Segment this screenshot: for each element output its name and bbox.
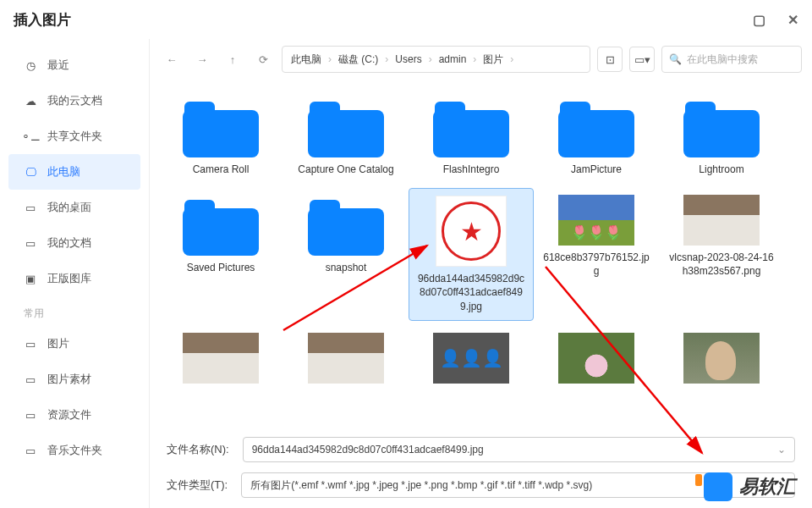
folder-icon: ▭ [24,236,37,250]
file-label: snapshot [326,261,367,274]
image-thumbnail [433,333,509,384]
folder-item[interactable]: Saved Pictures [158,188,283,321]
image-icon: ▣ [24,272,37,285]
sidebar-item-thispc[interactable]: 🖵此电脑 [8,154,140,190]
sidebar-item-label: 图片素材 [47,372,91,387]
search-placeholder: 在此电脑中搜索 [687,52,758,67]
folder-item[interactable]: Camera Roll [158,90,283,183]
folder-icon [558,97,634,157]
maximize-button[interactable]: ▢ [753,12,765,28]
folder-icon [308,195,384,256]
filename-input[interactable]: 96dda144ad345982d9c8d07c0ff431adcaef8499… [243,437,795,462]
sidebar-item-gallery[interactable]: ▣正版图库 [0,261,149,296]
file-item[interactable] [659,326,784,390]
sidebar: ◷最近 ☁我的云文档 ⚬⚊共享文件夹 🖵此电脑 ▭我的桌面 ▭我的文档 ▣正版图… [0,39,149,508]
clock-icon: ◷ [24,58,37,72]
file-item[interactable] [409,326,534,390]
folder-icon: ▭ [24,408,37,422]
sidebar-item-recent[interactable]: ◷最近 [0,47,149,83]
chevron-right-icon: › [381,53,392,65]
image-thumbnail: ★ [436,196,507,267]
new-folder-button[interactable]: ⊡ [597,47,623,72]
chevron-right-icon: › [425,53,436,65]
file-label: FlashIntegro [443,163,500,176]
sidebar-item-label: 资源文件 [47,407,91,422]
back-button[interactable]: ← [160,47,184,71]
filename-value: 96dda144ad345982d9c8d07c0ff431adcaef8499… [252,444,484,456]
breadcrumb-part[interactable]: Users [395,53,421,65]
file-item[interactable] [158,326,283,390]
sidebar-item-cloud[interactable]: ☁我的云文档 [0,83,149,119]
folder-item[interactable]: JamPicture [534,90,659,183]
sidebar-item-resources[interactable]: ▭资源文件 [0,397,149,433]
folder-icon: ▭ [24,444,37,457]
chevron-right-icon: › [469,53,480,65]
filename-label: 文件名称(N): [167,442,229,457]
sidebar-item-label: 音乐文件夹 [47,443,102,458]
sidebar-item-pictures[interactable]: ▭图片 [0,326,149,362]
sidebar-item-desktop[interactable]: ▭我的桌面 [0,190,149,225]
sidebar-item-label: 我的文档 [47,235,91,251]
file-item-selected[interactable]: ★96dda144ad345982d9c8d07c0ff431adcaef849… [409,188,534,321]
sidebar-item-music[interactable]: ▭音乐文件夹 [0,433,149,468]
image-thumbnail [558,195,634,246]
image-thumbnail [308,333,384,384]
file-label: Camera Roll [193,163,250,176]
sidebar-item-label: 共享文件夹 [47,129,102,144]
watermark-text: 易软汇 [739,474,795,500]
close-button[interactable]: ✕ [787,12,798,28]
forward-button[interactable]: → [190,47,214,71]
breadcrumb-part[interactable]: admin [439,53,467,65]
filetype-label: 文件类型(T): [167,478,228,493]
watermark-logo-icon [704,472,732,501]
image-thumbnail [558,333,634,384]
chevron-right-icon: › [507,53,517,65]
watermark: 易软汇 [704,472,795,501]
filetype-value: 所有图片(*.emf *.wmf *.jpg *.jpeg *.jpe *.pn… [250,478,592,493]
search-input[interactable]: 在此电脑中搜索 [661,46,802,73]
sidebar-item-label: 正版图库 [47,271,91,286]
breadcrumb-part[interactable]: 图片 [483,52,503,67]
search-icon [669,53,682,65]
sidebar-item-label: 此电脑 [47,164,80,179]
file-item[interactable] [534,326,659,390]
image-thumbnail [183,333,259,384]
folder-item[interactable]: FlashIntegro [409,90,534,183]
breadcrumb[interactable]: 此电脑› 磁盘 (C:)› Users› admin› 图片› [282,46,590,73]
share-icon: ⚬⚊ [24,130,37,143]
chevron-right-icon: › [325,53,335,65]
view-mode-button[interactable]: ▭▾ [629,47,655,72]
sidebar-item-shared[interactable]: ⚬⚊共享文件夹 [0,119,149,154]
refresh-button[interactable]: ⟳ [251,47,275,71]
file-label: Lightroom [699,163,743,176]
dialog-title: 插入图片 [14,10,71,30]
sidebar-item-label: 我的云文档 [47,93,102,108]
file-item[interactable]: vlcsnap-2023-08-24-16h38m23s567.png [659,188,784,321]
up-button[interactable]: ↑ [221,47,244,71]
folder-item[interactable]: Capture One Catalog [283,90,409,183]
file-item[interactable]: 618ce8b3797b76152.jpg [534,188,659,321]
sidebar-item-label: 图片 [47,336,69,351]
folder-icon [183,97,259,157]
chevron-down-icon: ⌄ [777,444,786,456]
file-label: vlcsnap-2023-08-24-16h38m23s567.png [667,251,776,278]
image-thumbnail [683,333,760,384]
cloud-icon: ☁ [24,94,37,108]
monitor-icon: 🖵 [24,165,37,179]
file-label: Saved Pictures [187,261,255,274]
file-label: 618ce8b3797b76152.jpg [541,251,651,278]
image-thumbnail [683,195,760,246]
sidebar-item-picture-assets[interactable]: ▭图片素材 [0,362,149,397]
breadcrumb-part[interactable]: 磁盘 (C:) [338,52,378,67]
sidebar-item-label: 最近 [47,58,69,73]
sidebar-section-label: 常用 [0,296,149,326]
folder-item[interactable]: Lightroom [659,90,784,183]
file-grid: Camera Roll Capture One Catalog FlashInt… [150,76,812,430]
folder-icon: ▭ [24,201,37,214]
file-item[interactable] [283,326,409,390]
folder-item[interactable]: snapshot [283,188,409,321]
folder-icon [433,97,509,157]
sidebar-item-documents[interactable]: ▭我的文档 [0,225,149,261]
file-label: JamPicture [571,163,622,176]
breadcrumb-part[interactable]: 此电脑 [291,52,321,67]
